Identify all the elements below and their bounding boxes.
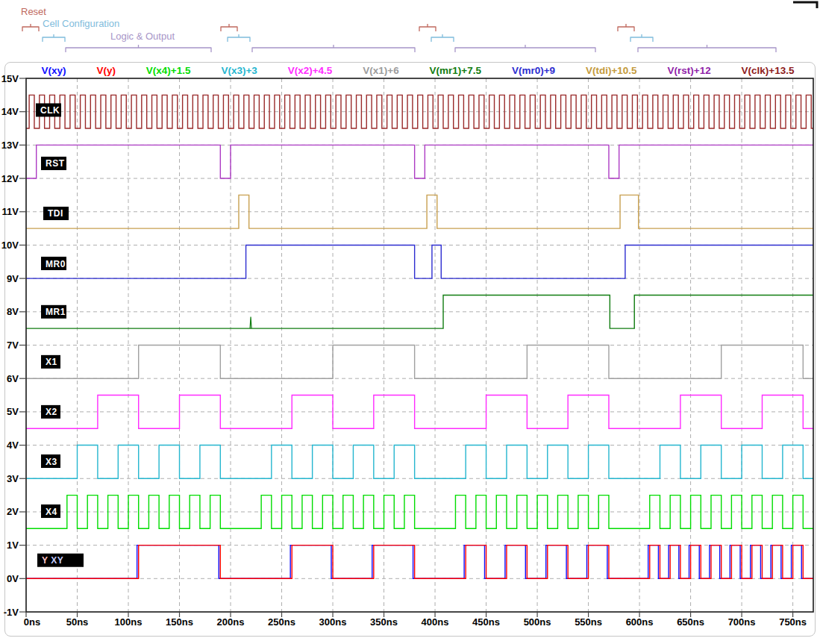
y-tick-label: 15V	[1, 73, 19, 84]
trace-name-text: RST	[46, 158, 65, 169]
x-tick-label: 450ns	[472, 616, 500, 628]
trace-name-text: MR0	[46, 259, 66, 269]
y-tick-label: 7V	[7, 340, 19, 351]
waveform-traces	[26, 95, 813, 578]
trace-name-text: TDI	[48, 208, 63, 219]
waveform-plot-area[interactable]: 15V14V13V12V11V10V9V8V7V6V5V4V3V2V1V0V-1…	[0, 0, 820, 644]
trace-name-text: Y XY	[42, 555, 63, 566]
y-tick-label: 3V	[7, 473, 19, 484]
y-tick-label: 13V	[1, 140, 19, 151]
y-tick-label: 9V	[7, 273, 19, 284]
x-tick-label: 100ns	[115, 616, 143, 628]
x-tick-label: 700ns	[728, 616, 756, 628]
y-tick-label: 14V	[1, 106, 19, 117]
trace-mr1	[26, 295, 813, 328]
x-tick-label: 550ns	[575, 616, 602, 628]
x-tick-label: 400ns	[422, 616, 449, 628]
trace-clk	[26, 95, 813, 128]
y-tick-label: 0V	[7, 573, 19, 584]
trace-x1	[26, 346, 813, 379]
x-tick-label: 0ns	[24, 616, 40, 628]
x-tick-label: 50ns	[66, 616, 89, 628]
trace-name-text: X3	[46, 457, 57, 467]
trace-x3	[26, 446, 813, 479]
y-tick-label: 10V	[1, 240, 19, 251]
x-tick-label: 600ns	[626, 616, 654, 628]
x-tick-label: 250ns	[268, 616, 295, 628]
x-tick-label: 300ns	[319, 616, 347, 628]
trace-mr1-glitch	[250, 317, 251, 329]
y-tick-label: 5V	[7, 406, 19, 417]
trace-xy	[26, 545, 813, 579]
trace-name-boxes: CLKRSTTDIMR0MR1X1X2X3X4Y XY	[36, 103, 84, 566]
y-tick-label: 1V	[7, 540, 19, 551]
trace-name-text: X4	[46, 507, 57, 517]
x-tick-label: 200ns	[217, 616, 245, 628]
trace-name-text: X2	[46, 407, 57, 417]
y-tick-label: 4V	[7, 440, 19, 451]
y-tick-label: 8V	[7, 306, 19, 317]
trace-x2	[26, 396, 813, 429]
x-tick-label: 650ns	[677, 616, 704, 628]
y-tick-label: 11V	[2, 206, 19, 217]
trace-x4	[26, 495, 813, 529]
trace-y	[26, 545, 813, 579]
y-tick-label: 2V	[7, 506, 19, 517]
trace-rst	[26, 145, 813, 178]
x-tick-label: 500ns	[524, 616, 551, 628]
y-tick-label: 6V	[7, 373, 19, 384]
x-tick-label: 350ns	[370, 616, 398, 628]
x-tick-label: 750ns	[779, 616, 807, 628]
trace-mr0	[26, 245, 813, 278]
waveform-viewer-window: Reset Cell Configuration Logic & Output …	[0, 0, 820, 644]
y-tick-label: -1V	[4, 607, 19, 618]
x-tick-label: 150ns	[166, 616, 193, 628]
trace-name-text: MR1	[46, 307, 66, 317]
axis-labels: 15V14V13V12V11V10V9V8V7V6V5V4V3V2V1V0V-1…	[1, 73, 807, 628]
trace-name-text: CLK	[40, 105, 60, 116]
trace-name-text: X1	[46, 357, 57, 367]
y-tick-label: 12V	[1, 173, 19, 184]
window-corner-mark	[793, 2, 817, 8]
trace-tdi	[26, 195, 813, 228]
